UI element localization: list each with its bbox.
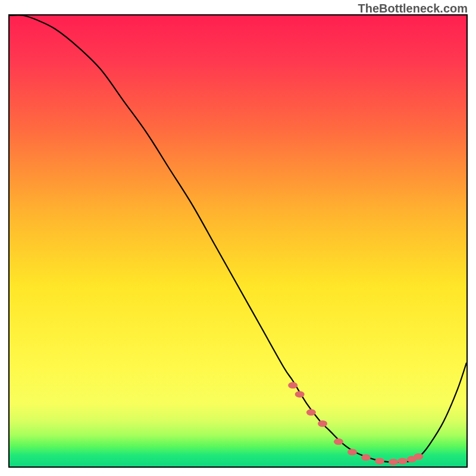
curve-marker [397, 458, 407, 464]
curve-marker [288, 382, 298, 389]
watermark-text: TheBottleneck.com [358, 2, 468, 15]
curve-marker [295, 391, 305, 397]
curve-marker [334, 439, 343, 445]
curve-marker [414, 453, 423, 460]
curve-marker [306, 409, 316, 416]
curve-marker [347, 449, 357, 455]
plot-area [8, 14, 468, 468]
gradient-background [10, 15, 466, 466]
curve-marker [361, 454, 371, 461]
curve-marker [389, 459, 398, 465]
curve-marker [375, 458, 384, 464]
chart-container: TheBottleneck.com [0, 0, 476, 476]
curve-marker [318, 420, 327, 427]
chart-svg [10, 15, 466, 466]
